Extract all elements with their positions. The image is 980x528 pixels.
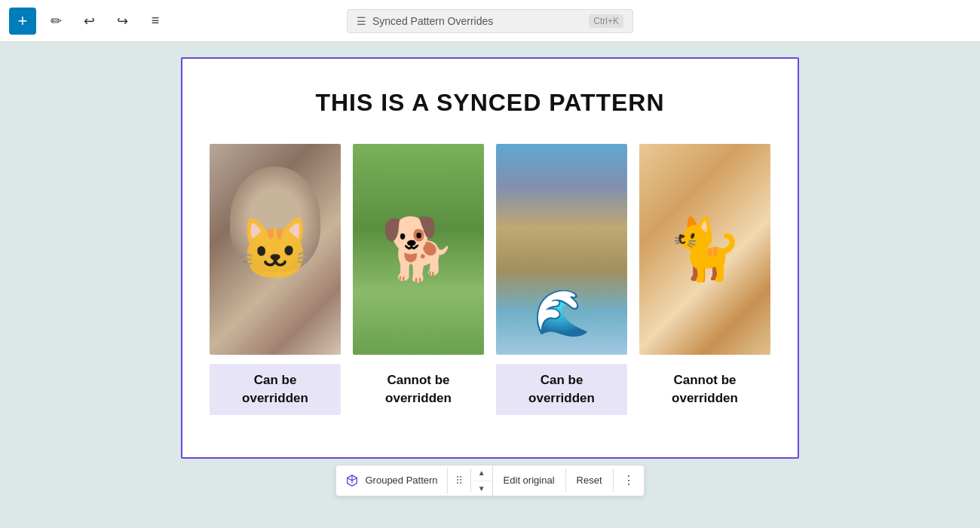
vertical-dots-icon: ⋮ xyxy=(623,474,635,487)
redo-icon: ↪ xyxy=(117,13,128,29)
pen-button[interactable]: ✏ xyxy=(42,8,69,35)
image-cat2[interactable] xyxy=(639,144,770,355)
label-4: Cannot be overridden xyxy=(639,364,770,415)
keyboard-shortcut: Ctrl+K xyxy=(589,14,623,28)
document-icon: ☰ xyxy=(357,15,366,27)
image-cell-3: Can be overridden xyxy=(496,144,627,415)
image-waterfall[interactable] xyxy=(496,144,627,355)
label-2: Cannot be overridden xyxy=(353,364,484,415)
image-cell-1: Can be overridden xyxy=(210,144,341,415)
move-up-button[interactable]: ▲ xyxy=(471,465,492,481)
undo-icon: ↩ xyxy=(84,13,95,29)
undo-button[interactable]: ↩ xyxy=(75,8,103,35)
reset-button[interactable]: Reset xyxy=(566,468,614,492)
drag-icon: ⠿ xyxy=(455,475,463,487)
pen-icon: ✏ xyxy=(51,13,62,29)
images-row: Can be overridden Cannot be overridden C… xyxy=(210,144,770,415)
label-1: Can be overridden xyxy=(210,364,341,415)
menu-icon: ≡ xyxy=(152,13,160,29)
top-toolbar: + ✏ ↩ ↪ ≡ ☰ Synced Pattern Overrides Ctr… xyxy=(0,0,980,42)
move-buttons: ▲ ▼ xyxy=(471,465,493,496)
bottom-toolbar-container: Grouped Pattern ⠿ ▲ ▼ Edit original Rese… xyxy=(335,459,644,508)
label-3: Can be overridden xyxy=(496,364,627,415)
canvas-area: THIS IS A SYNCED PATTERN Can be overridd… xyxy=(0,42,980,528)
more-options-button[interactable]: ⋮ xyxy=(614,467,644,493)
redo-button[interactable]: ↪ xyxy=(109,8,136,35)
image-cell-2: Cannot be overridden xyxy=(353,144,484,415)
move-down-button[interactable]: ▼ xyxy=(471,481,492,496)
grouped-pattern-icon xyxy=(345,474,359,487)
search-bar-label: Synced Pattern Overrides xyxy=(372,15,583,27)
pattern-title: THIS IS A SYNCED PATTERN xyxy=(210,89,770,117)
pattern-toolbar: Grouped Pattern ⠿ ▲ ▼ Edit original Rese… xyxy=(335,465,644,496)
drag-handle[interactable]: ⠿ xyxy=(448,468,471,493)
menu-button[interactable]: ≡ xyxy=(142,8,169,35)
image-dog[interactable] xyxy=(353,144,484,355)
plus-icon: + xyxy=(18,11,28,31)
pattern-name-label: Grouped Pattern xyxy=(365,475,437,486)
image-cat1[interactable] xyxy=(210,144,341,355)
chevron-down-icon: ▼ xyxy=(478,484,485,493)
synced-pattern-block[interactable]: THIS IS A SYNCED PATTERN Can be overridd… xyxy=(181,57,799,459)
pattern-name-section: Grouped Pattern xyxy=(336,468,447,493)
chevron-up-icon: ▲ xyxy=(478,468,485,477)
edit-original-button[interactable]: Edit original xyxy=(493,468,566,492)
add-button[interactable]: + xyxy=(9,8,36,35)
image-cell-4: Cannot be overridden xyxy=(639,144,770,415)
search-bar[interactable]: ☰ Synced Pattern Overrides Ctrl+K xyxy=(347,9,633,33)
